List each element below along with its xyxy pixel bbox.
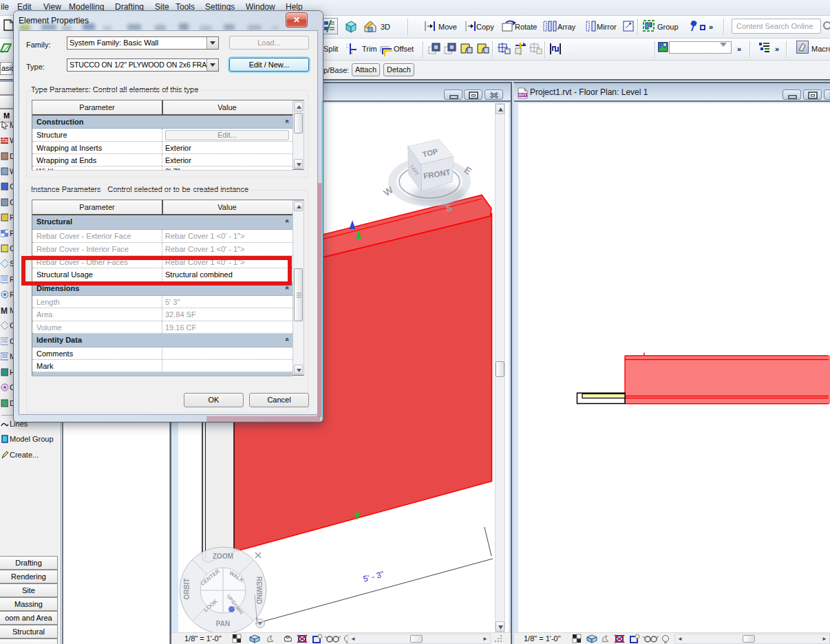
svg-text:REWIND: REWIND bbox=[255, 577, 263, 605]
svg-text:M: M bbox=[1, 306, 8, 314]
svg-text:ORBIT: ORBIT bbox=[183, 578, 191, 599]
svg-text:ZOOM: ZOOM bbox=[213, 552, 233, 560]
svg-text:5' - 3": 5' - 3" bbox=[362, 569, 385, 583]
svg-text:PAN: PAN bbox=[216, 620, 230, 627]
svg-text:RVT: RVT bbox=[519, 93, 527, 97]
